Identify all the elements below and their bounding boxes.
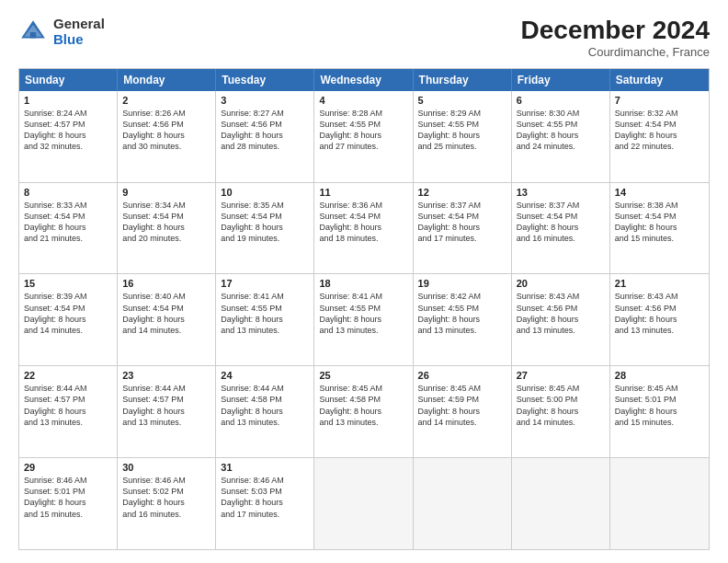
day-29-info: Sunrise: 8:46 AMSunset: 5:01 PMDaylight:… xyxy=(24,475,112,520)
day-5-info: Sunrise: 8:29 AMSunset: 4:55 PMDaylight:… xyxy=(418,108,506,153)
day-empty-2 xyxy=(414,458,512,549)
title-block: December 2024 Courdimanche, France xyxy=(521,17,710,59)
day-24-info: Sunrise: 8:44 AMSunset: 4:58 PMDaylight:… xyxy=(221,383,309,428)
day-num-21: 21 xyxy=(615,278,704,289)
day-14: 14 Sunrise: 8:38 AMSunset: 4:54 PMDaylig… xyxy=(610,183,709,274)
day-num-18: 18 xyxy=(319,278,407,289)
day-10: 10 Sunrise: 8:35 AMSunset: 4:54 PMDaylig… xyxy=(216,183,314,274)
day-num-23: 23 xyxy=(122,370,210,381)
day-num-29: 29 xyxy=(24,462,112,473)
header-tuesday: Tuesday xyxy=(216,69,314,91)
day-28: 28 Sunrise: 8:45 AMSunset: 5:01 PMDaylig… xyxy=(610,366,709,457)
day-15-info: Sunrise: 8:39 AMSunset: 4:54 PMDaylight:… xyxy=(24,291,112,336)
day-13-info: Sunrise: 8:37 AMSunset: 4:54 PMDaylight:… xyxy=(517,200,605,245)
day-num-28: 28 xyxy=(615,370,704,381)
header-thursday: Thursday xyxy=(414,69,512,91)
header-monday: Monday xyxy=(118,69,216,91)
day-27-info: Sunrise: 8:45 AMSunset: 5:00 PMDaylight:… xyxy=(517,383,605,428)
day-23: 23 Sunrise: 8:44 AMSunset: 4:57 PMDaylig… xyxy=(118,366,216,457)
day-2-info: Sunrise: 8:26 AMSunset: 4:56 PMDaylight:… xyxy=(122,108,210,153)
day-num-9: 9 xyxy=(122,187,210,198)
logo-text: General Blue xyxy=(53,17,105,47)
day-4-info: Sunrise: 8:28 AMSunset: 4:55 PMDaylight:… xyxy=(319,108,407,153)
day-num-13: 13 xyxy=(517,187,605,198)
day-num-3: 3 xyxy=(221,95,309,106)
header-sunday: Sunday xyxy=(19,69,118,91)
day-num-5: 5 xyxy=(418,95,506,106)
day-num-24: 24 xyxy=(221,370,309,381)
day-21: 21 Sunrise: 8:43 AMSunset: 4:56 PMDaylig… xyxy=(610,274,709,365)
day-21-info: Sunrise: 8:43 AMSunset: 4:56 PMDaylight:… xyxy=(615,291,704,336)
header-wednesday: Wednesday xyxy=(314,69,413,91)
week-row-3: 15 Sunrise: 8:39 AMSunset: 4:54 PMDaylig… xyxy=(19,273,709,365)
day-num-25: 25 xyxy=(319,370,407,381)
day-num-6: 6 xyxy=(517,95,605,106)
day-num-31: 31 xyxy=(221,462,309,473)
week-row-2: 8 Sunrise: 8:33 AMSunset: 4:54 PMDayligh… xyxy=(19,182,709,274)
day-28-info: Sunrise: 8:45 AMSunset: 5:01 PMDaylight:… xyxy=(615,383,704,428)
day-num-26: 26 xyxy=(418,370,506,381)
day-26-info: Sunrise: 8:45 AMSunset: 4:59 PMDaylight:… xyxy=(418,383,506,428)
day-12-info: Sunrise: 8:37 AMSunset: 4:54 PMDaylight:… xyxy=(418,200,506,245)
calendar-header: Sunday Monday Tuesday Wednesday Thursday… xyxy=(19,69,709,91)
day-num-16: 16 xyxy=(122,278,210,289)
day-9-info: Sunrise: 8:34 AMSunset: 4:54 PMDaylight:… xyxy=(122,200,210,245)
day-num-19: 19 xyxy=(418,278,506,289)
day-num-17: 17 xyxy=(221,278,309,289)
day-22: 22 Sunrise: 8:44 AMSunset: 4:57 PMDaylig… xyxy=(19,366,118,457)
week-row-4: 22 Sunrise: 8:44 AMSunset: 4:57 PMDaylig… xyxy=(19,365,709,457)
day-20: 20 Sunrise: 8:43 AMSunset: 4:56 PMDaylig… xyxy=(512,274,610,365)
day-num-30: 30 xyxy=(122,462,210,473)
logo-general-text: General xyxy=(53,17,105,32)
day-11-info: Sunrise: 8:36 AMSunset: 4:54 PMDaylight:… xyxy=(319,200,407,245)
day-29: 29 Sunrise: 8:46 AMSunset: 5:01 PMDaylig… xyxy=(19,458,118,549)
day-17: 17 Sunrise: 8:41 AMSunset: 4:55 PMDaylig… xyxy=(216,274,314,365)
day-18: 18 Sunrise: 8:41 AMSunset: 4:55 PMDaylig… xyxy=(314,274,413,365)
day-10-info: Sunrise: 8:35 AMSunset: 4:54 PMDaylight:… xyxy=(221,200,309,245)
day-5: 5 Sunrise: 8:29 AMSunset: 4:55 PMDayligh… xyxy=(414,91,512,182)
day-empty-4 xyxy=(610,458,709,549)
day-19: 19 Sunrise: 8:42 AMSunset: 4:55 PMDaylig… xyxy=(414,274,512,365)
day-18-info: Sunrise: 8:41 AMSunset: 4:55 PMDaylight:… xyxy=(319,291,407,336)
day-num-14: 14 xyxy=(615,187,704,198)
day-1: 1 Sunrise: 8:24 AMSunset: 4:57 PMDayligh… xyxy=(19,91,118,182)
day-25: 25 Sunrise: 8:45 AMSunset: 4:58 PMDaylig… xyxy=(314,366,413,457)
location: Courdimanche, France xyxy=(521,45,710,59)
day-num-10: 10 xyxy=(221,187,309,198)
day-6: 6 Sunrise: 8:30 AMSunset: 4:55 PMDayligh… xyxy=(512,91,610,182)
day-9: 9 Sunrise: 8:34 AMSunset: 4:54 PMDayligh… xyxy=(118,183,216,274)
day-6-info: Sunrise: 8:30 AMSunset: 4:55 PMDaylight:… xyxy=(517,108,605,153)
day-22-info: Sunrise: 8:44 AMSunset: 4:57 PMDaylight:… xyxy=(24,383,112,428)
logo-icon xyxy=(18,17,48,47)
header: General Blue December 2024 Courdimanche,… xyxy=(18,17,710,59)
week-row-5: 29 Sunrise: 8:46 AMSunset: 5:01 PMDaylig… xyxy=(19,457,709,549)
logo: General Blue xyxy=(18,17,105,47)
day-24: 24 Sunrise: 8:44 AMSunset: 4:58 PMDaylig… xyxy=(216,366,314,457)
day-8-info: Sunrise: 8:33 AMSunset: 4:54 PMDaylight:… xyxy=(24,200,112,245)
week-row-1: 1 Sunrise: 8:24 AMSunset: 4:57 PMDayligh… xyxy=(19,91,709,182)
day-14-info: Sunrise: 8:38 AMSunset: 4:54 PMDaylight:… xyxy=(615,200,704,245)
svg-rect-2 xyxy=(30,32,36,38)
header-saturday: Saturday xyxy=(610,69,709,91)
day-num-2: 2 xyxy=(122,95,210,106)
day-2: 2 Sunrise: 8:26 AMSunset: 4:56 PMDayligh… xyxy=(118,91,216,182)
day-3: 3 Sunrise: 8:27 AMSunset: 4:56 PMDayligh… xyxy=(216,91,314,182)
day-16: 16 Sunrise: 8:40 AMSunset: 4:54 PMDaylig… xyxy=(118,274,216,365)
day-num-12: 12 xyxy=(418,187,506,198)
day-empty-3 xyxy=(512,458,610,549)
day-num-15: 15 xyxy=(24,278,112,289)
calendar-body: 1 Sunrise: 8:24 AMSunset: 4:57 PMDayligh… xyxy=(19,91,709,549)
day-num-11: 11 xyxy=(319,187,407,198)
day-1-info: Sunrise: 8:24 AMSunset: 4:57 PMDaylight:… xyxy=(24,108,112,153)
day-empty-1 xyxy=(314,458,413,549)
day-23-info: Sunrise: 8:44 AMSunset: 4:57 PMDaylight:… xyxy=(122,383,210,428)
day-11: 11 Sunrise: 8:36 AMSunset: 4:54 PMDaylig… xyxy=(314,183,413,274)
day-8: 8 Sunrise: 8:33 AMSunset: 4:54 PMDayligh… xyxy=(19,183,118,274)
day-20-info: Sunrise: 8:43 AMSunset: 4:56 PMDaylight:… xyxy=(517,291,605,336)
day-num-7: 7 xyxy=(615,95,704,106)
day-num-4: 4 xyxy=(319,95,407,106)
day-16-info: Sunrise: 8:40 AMSunset: 4:54 PMDaylight:… xyxy=(122,291,210,336)
day-15: 15 Sunrise: 8:39 AMSunset: 4:54 PMDaylig… xyxy=(19,274,118,365)
logo-blue-text: Blue xyxy=(53,32,105,48)
day-31-info: Sunrise: 8:46 AMSunset: 5:03 PMDaylight:… xyxy=(221,475,309,520)
